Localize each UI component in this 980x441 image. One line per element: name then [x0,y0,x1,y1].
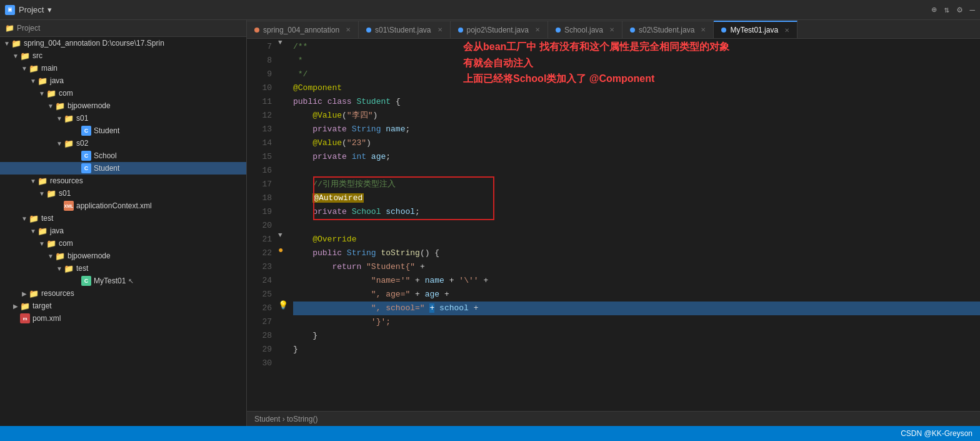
tree-item-java1[interactable]: ▼ 📁 java [0,74,246,87]
tree-label: resources [50,176,83,185]
tree-label: resources [41,289,74,298]
tree-label: s01 [76,114,88,123]
tree-item-target[interactable]: ▶ 📁 target [0,300,246,312]
tab-close-btn[interactable]: ✕ [701,26,706,33]
expand-arrow[interactable]: ▼ [55,140,64,147]
code-line-26: ", school=" + school + [293,302,980,315]
tree-label: src [32,51,42,60]
expand-arrow[interactable]: ▼ [38,240,46,247]
project-label[interactable]: Project [19,5,44,14]
globe-icon[interactable]: ⊕ [931,4,936,15]
code-line-14: @Value("23") [293,136,980,150]
expand-arrow[interactable]: ▼ [38,190,46,197]
tab-close-btn[interactable]: ✕ [609,26,614,33]
tree-item-mytest01[interactable]: C MyTest01 ↖ [0,275,246,287]
tab-bar: spring_004_annotation ✕ s01\Student.java… [247,20,980,39]
expand-arrow[interactable]: ▶ [11,303,20,310]
tree-item-s01-res[interactable]: ▼ 📁 s01 [0,187,246,200]
sync-icon[interactable]: ⇅ [944,4,949,15]
expand-arrow[interactable]: ▼ [11,53,20,59]
status-bar: CSDN @KK-Greyson [0,426,980,441]
tab-label: s01\Student.java [375,26,431,34]
expand-arrow[interactable]: ▼ [46,103,55,109]
code-line-11: public class Student { [293,95,980,109]
tree-item-com1[interactable]: ▼ 📁 com [0,87,246,99]
code-line-20 [293,219,980,233]
minimize-icon[interactable]: — [970,5,975,15]
code-content[interactable]: 会从bean工厂中 找有没有和这个属性是完全相同类型的对象 有就会自动注入 上面… [288,39,980,411]
tree-item-student1[interactable]: C Student [0,124,246,137]
code-line-21: @Override [293,233,980,246]
tree-item-com2[interactable]: ▼ 📁 com [0,237,246,250]
tree-item-student2[interactable]: C Student [0,162,246,175]
folder-icon: 📁 [29,288,39,298]
tree-label: School [94,151,117,160]
tree-label: main [41,64,58,73]
tree-label: com [59,239,73,248]
folder-icon: 📁 [46,188,56,198]
tree-item-root[interactable]: ▼ 📁 spring_004_annotation D:\course\17.S… [0,37,246,49]
tree-item-test-pkg[interactable]: ▼ 📁 test [0,262,246,275]
tab-school[interactable]: School.java ✕ [548,21,622,38]
tab-dot [630,28,635,33]
tree-item-school[interactable]: C School [0,150,246,162]
expand-arrow[interactable]: ▼ [46,253,55,260]
sidebar: 📁 Project ▼ 📁 spring_004_annotation D:\c… [0,20,247,426]
tree-item-src[interactable]: ▼ 📁 src [0,49,246,62]
expand-arrow[interactable]: ▶ [20,290,29,297]
tab-close-btn[interactable]: ✕ [438,26,442,33]
tree-item-bjpowernode1[interactable]: ▼ 📁 bjpowernode [0,99,246,112]
expand-arrow[interactable]: ▼ [29,228,38,235]
tree-label: Student [94,126,119,135]
tree-item-appcontext[interactable]: XML applicationContext.xml [0,200,246,212]
expand-arrow[interactable]: ▼ [55,265,64,272]
code-line-25: ", age=" + age + [293,288,980,302]
tab-close-btn[interactable]: ✕ [535,26,540,33]
tab-mytest01[interactable]: MyTest01.java ✕ [714,21,798,38]
tree-item-test[interactable]: ▼ 📁 test [0,212,246,225]
tab-label: s02\Student.java [639,26,694,34]
sidebar-header: 📁 Project [0,20,246,37]
tree-item-resources2[interactable]: ▶ 📁 resources [0,287,246,300]
line-numbers: 7 8 9 10 11 12 13 14 15 16 17 18 19 20 2… [247,39,277,411]
title-bar-icons: ⊕ ⇅ ⚙ — [931,4,975,15]
tab-dot [458,28,463,33]
tab-pojo2-student[interactable]: pojo2\Student.java ✕ [451,21,548,38]
code-editor[interactable]: 7 8 9 10 11 12 13 14 15 16 17 18 19 20 2… [247,39,980,411]
tab-close-btn[interactable]: ✕ [784,27,789,34]
title-bar-left: ▣ Project ▾ [5,5,130,15]
tree-item-resources[interactable]: ▼ 📁 resources [0,175,246,187]
tab-label: School.java [564,26,603,34]
tree-item-s02[interactable]: ▼ 📁 s02 [0,137,246,150]
breadcrumb: Student › toString() [254,415,318,423]
folder-icon: 📁 [64,113,74,123]
code-line-7: /** [293,40,980,54]
expand-arrow[interactable]: ▼ [20,215,29,222]
tree-item-bjpowernode2[interactable]: ▼ 📁 bjpowernode [0,250,246,262]
tree-item-java2[interactable]: ▼ 📁 java [0,225,246,237]
code-line-29: } [293,343,980,357]
dropdown-arrow[interactable]: ▾ [48,5,52,14]
tab-s01-student[interactable]: s01\Student.java ✕ [359,21,450,38]
tree-item-main[interactable]: ▼ 📁 main [0,62,246,74]
tree-item-pom[interactable]: m pom.xml [0,312,246,325]
expand-arrow[interactable]: ▼ [55,115,64,122]
tree-label: bjpowernode [68,251,111,260]
code-line-19: private School school; [293,205,980,219]
tab-dot [721,28,726,33]
expand-arrow[interactable]: ▼ [38,90,46,97]
folder-icon: 📁 [46,88,56,98]
code-line-23: return "Student{" + [293,260,980,274]
expand-arrow[interactable]: ▼ [29,78,38,84]
tab-s02-student[interactable]: s02\Student.java ✕ [622,21,714,38]
code-line-10: @Component [293,81,980,95]
expand-arrow[interactable]: ▼ [20,65,29,72]
tab-close-btn[interactable]: ✕ [346,26,351,33]
tab-spring-annotation[interactable]: spring_004_annotation ✕ [247,21,359,38]
tree-item-s01[interactable]: ▼ 📁 s01 [0,112,246,124]
code-line-24: "name='" + name + '\'' + [293,274,980,288]
settings-icon[interactable]: ⚙ [957,4,962,15]
tree-label: MyTest01 [94,276,126,285]
expand-arrow[interactable]: ▼ [29,178,38,185]
expand-arrow[interactable]: ▼ [2,40,11,47]
